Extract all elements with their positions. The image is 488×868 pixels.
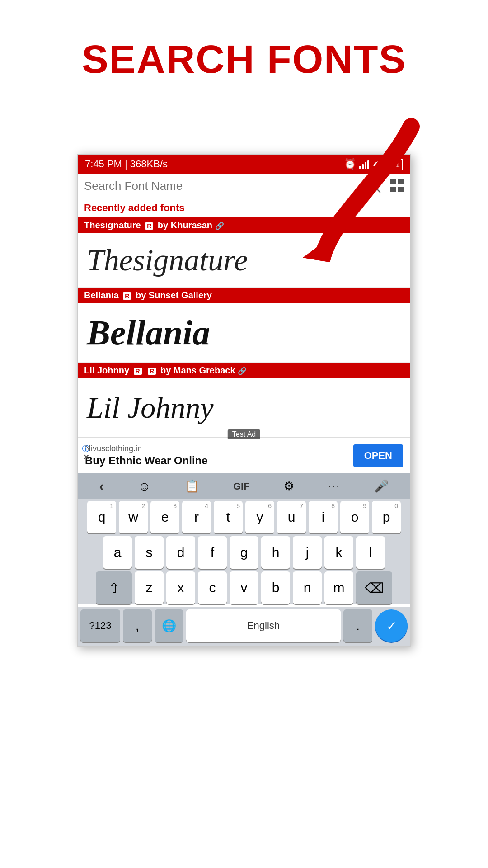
ad-banner: Test Ad Nivusclothing.in Buy Ethnic Wear… (78, 437, 410, 473)
key-n[interactable]: n (293, 571, 322, 604)
key-l[interactable]: l (356, 536, 385, 569)
status-time: 7:45 PM | 368KB/s (85, 158, 168, 170)
key-backspace[interactable]: ⌫ (356, 571, 392, 604)
keyboard-toolbar: ‹ ☺ 📋 GIF ⚙ ··· 🎤 (78, 473, 410, 499)
key-q[interactable]: 1q (87, 501, 116, 533)
page-title-area: SEARCH FONTS (0, 0, 488, 96)
ad-open-button[interactable]: OPEN (353, 444, 403, 467)
recently-added-label: Recently added fonts (78, 198, 410, 217)
bellania-text: Bellania (87, 312, 210, 353)
key-period[interactable]: . (343, 609, 372, 642)
ad-close-icon[interactable]: ✕ (83, 453, 89, 462)
keyboard-clipboard-icon[interactable]: 📋 (185, 479, 199, 493)
font-item-thesignature[interactable]: Thesignature R by Khurasan 🔗 Thesignatur… (78, 217, 410, 288)
key-e[interactable]: 3e (150, 501, 179, 533)
key-u[interactable]: 7u (277, 501, 306, 533)
keyboard-back-button[interactable]: ‹ (99, 478, 104, 495)
font-header-thesignature: Thesignature R by Khurasan 🔗 (78, 217, 410, 233)
key-p[interactable]: 0p (372, 501, 401, 533)
font-badge-lj2: R (148, 368, 156, 375)
key-s[interactable]: s (135, 536, 164, 569)
font-author-liljohnny: by Mans Greback (160, 365, 235, 375)
font-preview-thesignature: Thesignature (78, 233, 410, 288)
keyboard-row-1: 1q 2w 3e 4r 5t 6y 7u 8i 9o 0p (80, 501, 408, 533)
search-icons (366, 178, 404, 193)
key-r[interactable]: 4r (182, 501, 211, 533)
external-link-icon-lj: 🔗 (238, 367, 247, 375)
font-header-bellania: Bellania R by Sunset Gallery (78, 288, 410, 303)
grid-view-icon[interactable] (390, 179, 404, 193)
svg-rect-3 (367, 160, 369, 169)
key-space[interactable]: English (186, 609, 341, 642)
space-label: English (247, 620, 280, 632)
key-confirm[interactable]: ✓ (375, 609, 408, 642)
keyboard-keys: 1q 2w 3e 4r 5t 6y 7u 8i 9o 0p a s d f g … (78, 499, 410, 604)
key-z[interactable]: z (135, 571, 164, 604)
status-icons: ⏰ 31 (344, 158, 403, 170)
thesignature-text: Thesignature (87, 242, 248, 278)
key-k[interactable]: k (324, 536, 353, 569)
key-h[interactable]: h (261, 536, 290, 569)
key-a[interactable]: a (103, 536, 132, 569)
key-c[interactable]: c (198, 571, 227, 604)
phone-mockup: 7:45 PM | 368KB/s ⏰ 31 Recently added fo… (77, 154, 411, 647)
liljohnny-text: Lil Johnny (87, 391, 213, 425)
key-comma[interactable]: , (123, 609, 152, 642)
font-badge-r1: R (145, 222, 153, 230)
svg-rect-2 (365, 162, 366, 169)
key-o[interactable]: 9o (340, 501, 369, 533)
svg-rect-0 (359, 166, 361, 169)
font-preview-liljohnny: Lil Johnny (78, 378, 410, 437)
external-link-icon: 🔗 (215, 222, 224, 230)
key-b[interactable]: b (261, 571, 290, 604)
font-preview-bellania: Bellania (78, 303, 410, 363)
page-title: SEARCH FONTS (82, 37, 406, 81)
search-input[interactable] (84, 179, 366, 193)
key-v[interactable]: v (230, 571, 258, 604)
status-bar: 7:45 PM | 368KB/s ⏰ 31 (78, 155, 410, 174)
ad-info-icon: i (82, 445, 89, 452)
keyboard-gif-label[interactable]: GIF (233, 481, 250, 492)
key-num-switch[interactable]: ?123 (80, 609, 120, 642)
svg-line-6 (375, 188, 380, 192)
font-name-bellania: Bellania (84, 290, 119, 300)
key-g[interactable]: g (230, 536, 258, 569)
key-x[interactable]: x (166, 571, 195, 604)
keyboard-more-icon[interactable]: ··· (328, 479, 341, 493)
key-w[interactable]: 2w (119, 501, 148, 533)
ad-text: Buy Ethnic Wear Online (85, 454, 208, 467)
font-item-bellania[interactable]: Bellania R by Sunset Gallery Bellania (78, 288, 410, 363)
font-name-thesignature: Thesignature (84, 220, 141, 230)
font-author-thesignature: by Khurasan (158, 220, 212, 230)
key-d[interactable]: d (166, 536, 195, 569)
key-f[interactable]: f (198, 536, 227, 569)
key-m[interactable]: m (324, 571, 353, 604)
keyboard-row-2: a s d f g h j k l (80, 536, 408, 569)
search-icon[interactable] (366, 178, 381, 193)
svg-point-4 (378, 167, 380, 170)
font-item-liljohnny[interactable]: Lil Johnny R R by Mans Greback 🔗 Lil Joh… (78, 363, 410, 437)
font-badge-b1: R (123, 292, 131, 300)
search-bar[interactable] (78, 174, 410, 198)
svg-rect-1 (362, 164, 364, 169)
key-t[interactable]: 5t (214, 501, 243, 533)
keyboard-settings-icon[interactable]: ⚙ (284, 479, 294, 493)
font-header-liljohnny: Lil Johnny R R by Mans Greback 🔗 (78, 363, 410, 378)
key-shift[interactable]: ⇧ (96, 571, 132, 604)
ad-test-badge: Test Ad (228, 429, 260, 439)
key-i[interactable]: 8i (309, 501, 338, 533)
keyboard-row-3: ⇧ z x c v b n m ⌫ (80, 571, 408, 604)
keyboard-mic-icon[interactable]: 🎤 (374, 479, 389, 493)
key-globe[interactable]: 🌐 (155, 609, 183, 642)
keyboard-bottom-row: ?123 , 🌐 English . ✓ (78, 607, 410, 646)
ad-source: Nivusclothing.in (85, 444, 208, 453)
key-j[interactable]: j (293, 536, 322, 569)
keyboard-emoji-icon[interactable]: ☺ (138, 479, 151, 494)
font-badge-lj1: R (134, 368, 142, 375)
key-y[interactable]: 6y (245, 501, 274, 533)
font-author-bellania: by Sunset Gallery (136, 290, 212, 300)
font-name-liljohnny: Lil Johnny (84, 365, 129, 375)
